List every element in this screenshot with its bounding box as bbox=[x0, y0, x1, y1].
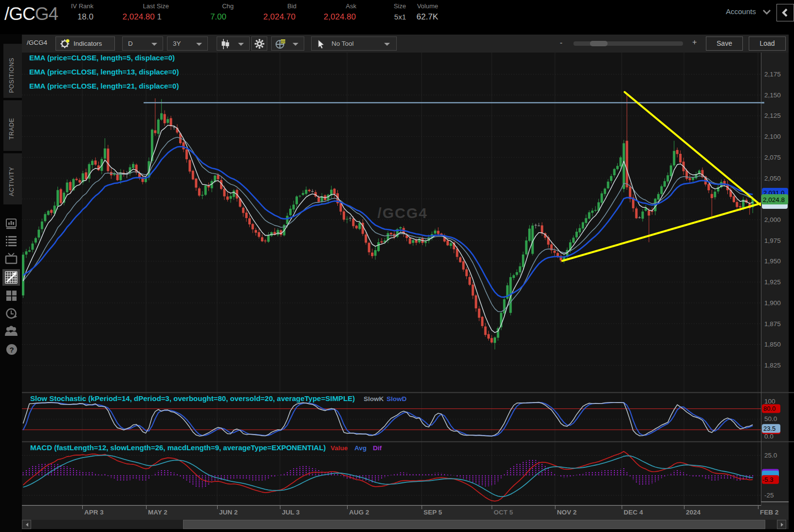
svg-text:2,125: 2,125 bbox=[764, 112, 781, 119]
svg-text:2,050: 2,050 bbox=[764, 175, 781, 182]
svg-text:-5.3: -5.3 bbox=[762, 476, 773, 483]
svg-text:1,950: 1,950 bbox=[764, 257, 781, 265]
svg-text:2,175: 2,175 bbox=[764, 71, 781, 78]
svg-text:SlowD: SlowD bbox=[387, 395, 407, 403]
svg-text:100: 100 bbox=[764, 398, 776, 405]
svg-text:EMA (price=CLOSE, length=5, di: EMA (price=CLOSE, length=5, displace=0) bbox=[29, 54, 175, 62]
svg-text:2,150: 2,150 bbox=[764, 92, 781, 99]
svg-text:2,000: 2,000 bbox=[764, 216, 781, 223]
svg-text:Slow Stochastic (kPeriod=14, d: Slow Stochastic (kPeriod=14, dPeriod=3, … bbox=[30, 394, 355, 403]
svg-text:1,975: 1,975 bbox=[764, 237, 781, 244]
svg-text:1,875: 1,875 bbox=[764, 320, 781, 328]
svg-text:Avg: Avg bbox=[354, 444, 367, 452]
svg-text:1,825: 1,825 bbox=[764, 362, 781, 369]
svg-text:2,075: 2,075 bbox=[764, 154, 781, 161]
svg-text:Value: Value bbox=[331, 444, 348, 452]
svg-text:MACD (fastLength=12, slowLengt: MACD (fastLength=12, slowLength=26, macd… bbox=[30, 443, 326, 452]
svg-text:/GCG4: /GCG4 bbox=[377, 205, 427, 221]
svg-text:1,925: 1,925 bbox=[764, 278, 781, 286]
svg-text:1,850: 1,850 bbox=[764, 341, 781, 348]
svg-text:80.0: 80.0 bbox=[763, 405, 776, 412]
svg-text:2,100: 2,100 bbox=[764, 133, 781, 140]
svg-text:?: ? bbox=[9, 346, 14, 354]
svg-text:25.0: 25.0 bbox=[764, 452, 777, 459]
svg-text:EMA (price=CLOSE, length=13, d: EMA (price=CLOSE, length=13, displace=0) bbox=[29, 68, 179, 76]
svg-text:SlowK: SlowK bbox=[364, 395, 384, 403]
svg-text:Dif: Dif bbox=[373, 444, 382, 452]
svg-text:50.0: 50.0 bbox=[764, 415, 777, 422]
svg-text:2,024.8: 2,024.8 bbox=[763, 196, 785, 203]
svg-text:1,900: 1,900 bbox=[764, 299, 781, 307]
svg-text:EMA (price=CLOSE, length=21, d: EMA (price=CLOSE, length=21, displace=0) bbox=[29, 82, 179, 90]
svg-text:23.5: 23.5 bbox=[763, 425, 776, 432]
svg-text:-25: -25 bbox=[764, 492, 774, 499]
